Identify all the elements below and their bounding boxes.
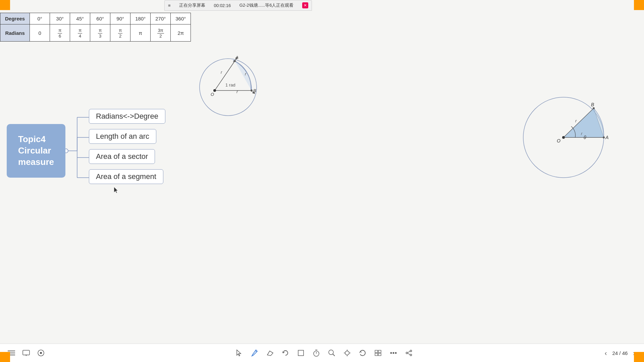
- topic-title: Topic4Circularmeasure: [18, 134, 54, 168]
- pen-icon[interactable]: [250, 348, 259, 358]
- cursor-icon[interactable]: [234, 348, 244, 358]
- svg-text:r: r: [221, 70, 222, 75]
- deg-90: 90°: [110, 13, 130, 24]
- square-icon[interactable]: [296, 348, 306, 358]
- svg-text:r: r: [236, 89, 238, 94]
- bottom-toolbar: ‹ 24 / 46 ›: [0, 344, 644, 362]
- toolbar-right-group: ‹ 24 / 46 ›: [603, 349, 637, 358]
- branch-sector[interactable]: Area of a sector: [89, 149, 155, 164]
- svg-point-67: [410, 350, 412, 352]
- branch-arc[interactable]: Length of an arc: [89, 129, 156, 144]
- svg-point-65: [393, 352, 394, 354]
- rad-pi3: π3: [90, 24, 110, 42]
- timer: 00:02:16: [214, 3, 231, 8]
- svg-text:r: r: [575, 118, 577, 123]
- toolbar-left-group: [7, 348, 46, 358]
- svg-line-54: [333, 354, 335, 356]
- prev-page-button[interactable]: ‹: [603, 349, 609, 358]
- menu-icon[interactable]: ≡: [168, 3, 171, 8]
- conversion-table: Degrees 0° 30° 45° 60° 90° 180° 270° 360…: [0, 13, 191, 42]
- sector-diagram-svg: O r r θ A B r: [517, 85, 617, 186]
- rad-2pi: 2π: [171, 24, 191, 42]
- timer-icon[interactable]: [312, 348, 321, 358]
- rotate-left-icon[interactable]: [281, 348, 290, 358]
- undo-icon[interactable]: [358, 348, 367, 358]
- share-icon[interactable]: [404, 348, 414, 358]
- svg-text:A: A: [605, 135, 608, 140]
- sector-diagram: O r r θ A B r: [517, 85, 617, 186]
- grid-icon[interactable]: [373, 348, 383, 358]
- svg-point-64: [390, 352, 392, 354]
- rad-3pi2: 3π2: [151, 24, 171, 42]
- svg-point-68: [406, 352, 408, 354]
- svg-point-55: [345, 351, 349, 355]
- toolbar-center-group: [234, 348, 414, 358]
- topic-box: Topic4Circularmeasure: [7, 124, 65, 178]
- sharing-bar: ≡ 正在分享屏幕 00:02:16 G2-2钱塘......等6人正在观看 ✕: [164, 0, 312, 11]
- rad-0: 0: [30, 24, 50, 42]
- rad-pi6: π6: [50, 24, 70, 42]
- corner-decoration-br: [634, 352, 644, 362]
- deg-0: 0°: [30, 13, 50, 24]
- branch-segment[interactable]: Area of a segment: [89, 169, 163, 184]
- mindmap: Topic4Circularmeasure Radians<->Degree L…: [0, 107, 201, 201]
- screen-icon[interactable]: [21, 348, 31, 358]
- svg-rect-63: [378, 353, 381, 356]
- rad-pi4: π4: [70, 24, 90, 42]
- laser-icon[interactable]: [342, 348, 352, 358]
- svg-text:O: O: [557, 138, 560, 143]
- corner-decoration-bl: [0, 352, 10, 362]
- deg-45: 45°: [70, 13, 90, 24]
- svg-line-70: [408, 351, 410, 353]
- svg-point-66: [395, 352, 397, 354]
- corner-decoration-tl: [0, 0, 10, 10]
- svg-point-46: [40, 352, 42, 354]
- svg-point-15: [213, 89, 216, 92]
- svg-rect-61: [378, 350, 381, 353]
- close-button[interactable]: ✕: [302, 2, 308, 8]
- svg-text:r: r: [245, 71, 247, 76]
- svg-text:B: B: [591, 102, 594, 107]
- branch-radians[interactable]: Radians<->Degree: [89, 109, 165, 124]
- sharing-status: 正在分享屏幕: [179, 2, 205, 8]
- deg-30: 30°: [50, 13, 70, 24]
- zoom-icon[interactable]: [327, 348, 336, 358]
- svg-rect-62: [375, 353, 378, 356]
- svg-line-71: [408, 353, 410, 355]
- present-icon[interactable]: [36, 348, 46, 358]
- eraser-icon[interactable]: [265, 348, 275, 358]
- svg-marker-48: [267, 351, 273, 356]
- deg-360: 360°: [171, 13, 191, 24]
- rad-pi2: π2: [110, 24, 130, 42]
- radian-diagram: r r 1 rad O A B r: [188, 44, 268, 117]
- page-indicator: 24 / 46: [612, 350, 628, 356]
- radians-header: Radians: [0, 24, 30, 42]
- dots-icon[interactable]: [389, 348, 398, 358]
- viewers-label: G2-2钱塘......等6人正在观看: [239, 2, 294, 8]
- svg-text:O: O: [211, 92, 214, 97]
- deg-60: 60°: [90, 13, 110, 24]
- deg-270: 270°: [151, 13, 171, 24]
- degrees-header: Degrees: [0, 13, 30, 24]
- svg-rect-42: [23, 350, 30, 355]
- svg-rect-49: [298, 350, 304, 356]
- corner-decoration-tr: [634, 0, 644, 10]
- deg-180: 180°: [130, 13, 151, 24]
- rad-pi: π: [130, 24, 151, 42]
- radian-diagram-svg: r r 1 rad O A B r: [188, 44, 268, 117]
- svg-text:1 rad: 1 rad: [225, 82, 235, 87]
- svg-rect-60: [375, 350, 378, 353]
- svg-point-69: [410, 354, 412, 356]
- svg-point-53: [329, 350, 333, 355]
